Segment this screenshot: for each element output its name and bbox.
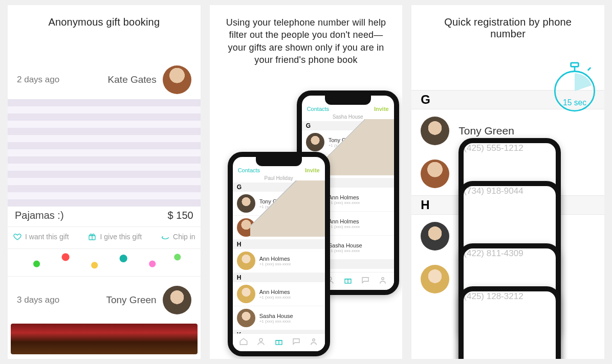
section-header: H xyxy=(233,240,325,249)
tab-home-icon[interactable] xyxy=(239,337,248,348)
chip-in-icon xyxy=(161,232,170,241)
tab-friends-icon[interactable] xyxy=(256,337,266,348)
contacts-title: Contacts xyxy=(238,167,260,173)
tab-chat-icon[interactable] xyxy=(292,337,301,348)
contact-phone: +1 (xxx) xxx-xxxx xyxy=(259,352,296,356)
contact-phone: +1 (xxx) xxx-xxxx xyxy=(329,143,360,148)
timer-text: 15 sec xyxy=(563,98,586,107)
avatar[interactable] xyxy=(421,265,449,293)
contact-phone: +1 (xxx) xxx-xxxx xyxy=(329,200,360,205)
post1-user[interactable]: Kate Gates xyxy=(108,65,191,94)
tab-gifts-icon[interactable] xyxy=(274,337,283,348)
avatar[interactable] xyxy=(163,65,191,94)
post2-image[interactable] xyxy=(11,324,198,354)
chip-in-button[interactable]: Chip in xyxy=(161,232,195,241)
svg-rect-7 xyxy=(571,63,579,66)
invite-button[interactable]: Invite xyxy=(374,106,389,112)
contact-name: Ann Holmes xyxy=(329,194,360,200)
gift-icon xyxy=(88,232,97,241)
contact-phone: +1 (xxx) xxx-xxxx xyxy=(329,224,360,229)
contact-row[interactable]: Ann Holmes+1 (xxx) xxx-xxxx xyxy=(233,249,325,273)
invite-button[interactable]: Invite xyxy=(305,167,320,173)
post2-username: Tony Green xyxy=(106,294,156,306)
svg-point-3 xyxy=(382,278,384,280)
tab-profile-icon[interactable] xyxy=(378,276,387,287)
give-gift-button[interactable]: I give this gift xyxy=(88,232,142,241)
phone-front: Contacts Invite Paul Holiday GTony Green… xyxy=(228,152,330,356)
tab-gifts-icon[interactable] xyxy=(343,276,353,287)
contact-name: Ann Holmes xyxy=(259,256,291,262)
stopwatch-icon: 15 sec xyxy=(551,61,598,117)
post2-header: 3 days ago Tony Green xyxy=(8,286,201,320)
phone-back-subtitle: Sasha House xyxy=(302,114,394,121)
gift-title: Pajamas :) xyxy=(15,210,64,221)
post2-time: 3 days ago xyxy=(17,295,59,305)
contact-row[interactable]: Tony Green+1 (xxx) xxx-xxxx xyxy=(302,130,394,154)
avatar xyxy=(237,218,255,237)
contact-row[interactable]: Kate Gates+1 (xxx) xxx-xxxx xyxy=(233,216,325,240)
contact-name: Sasha House xyxy=(329,242,362,248)
contact-phone: (425) 128-3212 xyxy=(458,286,561,359)
panel-phone-filter: Using your telephone number will help fi… xyxy=(210,5,403,359)
contact-name: Kate Gates xyxy=(329,161,360,167)
gift-price: $ 150 xyxy=(168,210,193,221)
contact-name: Tony Green xyxy=(458,125,514,137)
panel3-title: Quick registration by phone number xyxy=(411,5,604,49)
give-gift-label: I give this gift xyxy=(100,233,142,241)
panel-gift-booking: Anonymous gift booking 2 days ago Kate G… xyxy=(8,5,201,359)
gift-actions: I want this gift I give this gift Chip i… xyxy=(8,227,201,248)
contact-phone: +1 (xxx) xxx-xxxx xyxy=(259,295,291,300)
want-gift-label: I want this gift xyxy=(25,233,69,241)
gift-image[interactable] xyxy=(8,99,201,207)
contact-name: Ann Holmes xyxy=(329,218,360,224)
tab-chat-icon[interactable] xyxy=(361,276,370,287)
svg-line-9 xyxy=(588,67,591,71)
avatar[interactable] xyxy=(163,286,191,314)
phone-notch xyxy=(256,157,302,166)
contact-name: Tony Green xyxy=(329,137,360,143)
avatar xyxy=(237,309,255,327)
contact-phone: +1 (xxx) xxx-xxxx xyxy=(259,319,293,324)
section-header: G xyxy=(233,183,325,192)
post1-time: 2 days ago xyxy=(17,75,59,85)
avatar xyxy=(306,133,324,151)
contact-name: Tony Green xyxy=(259,198,291,204)
contact-row[interactable]: Tony Green+1 (xxx) xxx-xxxx xyxy=(233,192,325,216)
phone-notch xyxy=(325,96,371,105)
panel1-title: Anonymous gift booking xyxy=(8,5,201,37)
tab-profile-icon[interactable] xyxy=(309,337,318,348)
contact-phone: +1 (xxx) xxx-xxxx xyxy=(329,167,360,172)
post1-username: Kate Gates xyxy=(108,74,157,85)
hearts-divider xyxy=(8,248,201,277)
avatar xyxy=(237,285,255,303)
contact-name: Ann Holmes xyxy=(259,289,291,295)
heart-icon xyxy=(13,232,22,241)
panel-quick-registration: Quick registration by phone number 15 se… xyxy=(411,5,604,359)
contacts-list[interactable]: GTony Green(425) 555-1212Kate Gates(734)… xyxy=(411,90,604,301)
svg-point-4 xyxy=(259,338,263,342)
contact-row[interactable]: Ann Holmes+1 (xxx) xxx-xxxx xyxy=(233,282,325,306)
avatar[interactable] xyxy=(421,160,449,188)
avatar[interactable] xyxy=(421,117,449,145)
contact-row[interactable]: Sasha House+1 (xxx) xxx-xxxx xyxy=(233,306,325,330)
contact-name: Sasha House xyxy=(259,313,293,319)
contact-phone: +1 (xxx) xxx-xxxx xyxy=(259,204,291,209)
contact-name: Kate Gates xyxy=(259,222,291,229)
phones-illustration: Contacts Invite Sasha House GTony Green+… xyxy=(210,75,403,359)
want-gift-button[interactable]: I want this gift xyxy=(13,232,69,241)
avatar xyxy=(237,252,255,270)
post2-user[interactable]: Tony Green xyxy=(106,286,191,314)
avatar xyxy=(237,194,255,213)
contact-phone: +1 (xxx) xxx-xxxx xyxy=(259,229,291,233)
avatar[interactable] xyxy=(421,222,449,251)
phone-front-list[interactable]: GTony Green+1 (xxx) xxx-xxxxKate Gates+1… xyxy=(233,183,325,356)
contact-phone: +1 (xxx) xxx-xxxx xyxy=(329,248,362,253)
contacts-title: Contacts xyxy=(307,106,329,112)
panel2-title: Using your telephone number will help fi… xyxy=(210,5,403,75)
pajama-photo xyxy=(8,99,201,207)
contact-phone: +1 (xxx) xxx-xxxx xyxy=(259,262,291,266)
gift-meta: Pajamas :) $ 150 xyxy=(8,207,201,227)
post1-header: 2 days ago Kate Gates xyxy=(8,65,201,99)
phone-front-tabs xyxy=(233,333,325,351)
chip-in-label: Chip in xyxy=(173,233,195,241)
